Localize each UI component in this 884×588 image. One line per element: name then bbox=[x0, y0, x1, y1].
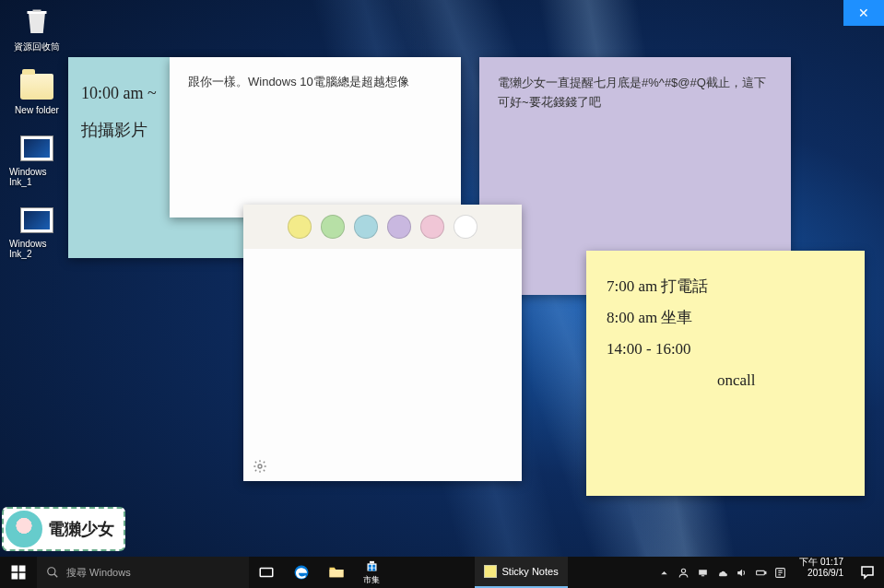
svg-rect-2 bbox=[19, 566, 26, 572]
new-folder-label: New folder bbox=[15, 105, 59, 115]
taskview-icon bbox=[258, 564, 275, 581]
watermark-avatar bbox=[6, 511, 42, 547]
note-purple-text: 電獺少女一直提醒七月底是#%^#$@#Q截止，這下可好~要花錢錢了吧 bbox=[498, 74, 772, 112]
svg-rect-7 bbox=[260, 569, 273, 577]
gear-icon[interactable] bbox=[253, 459, 267, 474]
svg-line-6 bbox=[54, 574, 58, 578]
search-box[interactable]: 搜尋 Windows bbox=[37, 557, 249, 588]
ink1-label: Windows Ink_1 bbox=[9, 167, 65, 187]
color-pink[interactable] bbox=[420, 215, 444, 239]
watermark-text: 電獺少女 bbox=[48, 518, 114, 540]
edge-button[interactable] bbox=[284, 557, 319, 588]
note-white-text: 跟你一樣。Windows 10電腦總是超越想像 bbox=[188, 74, 442, 90]
svg-point-0 bbox=[258, 465, 262, 468]
color-purple[interactable] bbox=[387, 215, 411, 239]
tray-chevron-up-icon[interactable] bbox=[658, 567, 670, 579]
desktop-icons: 資源回收筒 New folder Windows Ink_1 Windows I… bbox=[9, 6, 65, 259]
svg-rect-11 bbox=[701, 575, 704, 576]
tray-ime-icon[interactable] bbox=[774, 567, 786, 579]
clock-date: 2016/9/1 bbox=[799, 568, 843, 579]
recycle-bin-label: 資源回收筒 bbox=[14, 41, 60, 53]
note-yellow-line3: 14:00 - 16:00 bbox=[607, 334, 844, 365]
tray-onedrive-icon[interactable] bbox=[716, 567, 728, 579]
svg-rect-4 bbox=[19, 573, 26, 580]
sticky-note-yellow[interactable]: 7:00 am 打電話 8:00 am 坐車 14:00 - 16:00 onc… bbox=[586, 251, 865, 496]
recycle-bin-icon[interactable]: 資源回收筒 bbox=[9, 6, 65, 53]
store-icon bbox=[365, 559, 379, 573]
edge-icon bbox=[293, 564, 310, 581]
sticky-notes-icon bbox=[484, 565, 497, 578]
svg-rect-3 bbox=[12, 573, 18, 580]
svg-rect-13 bbox=[765, 571, 766, 573]
taskbar-app-sticky-notes[interactable]: Sticky Notes bbox=[475, 557, 568, 588]
search-icon bbox=[46, 566, 59, 579]
svg-point-9 bbox=[682, 569, 686, 572]
new-folder-icon[interactable]: New folder bbox=[9, 70, 65, 115]
clock-time: 下午 01:17 bbox=[799, 557, 843, 568]
color-white[interactable] bbox=[454, 215, 477, 239]
note-yellow-line2: 8:00 am 坐車 bbox=[607, 302, 844, 334]
close-button[interactable]: ✕ bbox=[843, 0, 884, 26]
explorer-button[interactable] bbox=[319, 557, 354, 588]
ink1-icon[interactable]: Windows Ink_1 bbox=[9, 132, 65, 187]
store-label: 市集 bbox=[363, 574, 380, 586]
ink2-icon[interactable]: Windows Ink_2 bbox=[9, 204, 65, 259]
note-yellow-line4: oncall bbox=[607, 365, 844, 396]
store-button[interactable]: 市集 bbox=[354, 557, 389, 588]
color-yellow[interactable] bbox=[288, 215, 312, 239]
watermark-badge: 電獺少女 bbox=[2, 507, 125, 551]
start-button[interactable] bbox=[0, 557, 37, 588]
ink2-label: Windows Ink_2 bbox=[9, 239, 65, 259]
tray-battery-icon[interactable] bbox=[755, 567, 767, 579]
color-green[interactable] bbox=[321, 215, 345, 239]
sticky-note-color-picker[interactable] bbox=[243, 205, 522, 481]
system-tray bbox=[653, 557, 792, 588]
color-picker-header bbox=[243, 205, 522, 249]
notification-icon bbox=[859, 564, 876, 581]
action-center-button[interactable] bbox=[851, 557, 884, 588]
svg-rect-10 bbox=[699, 570, 707, 574]
tray-volume-icon[interactable] bbox=[736, 567, 748, 579]
sticky-notes-label: Sticky Notes bbox=[502, 566, 559, 577]
taskbar-clock[interactable]: 下午 01:17 2016/9/1 bbox=[792, 557, 851, 588]
taskbar: 搜尋 Windows 市集 Sticky Notes bbox=[0, 557, 884, 588]
tray-people-icon[interactable] bbox=[678, 567, 690, 579]
svg-rect-1 bbox=[12, 566, 18, 572]
svg-point-5 bbox=[48, 568, 55, 575]
note-yellow-line1: 7:00 am 打電話 bbox=[607, 271, 844, 302]
close-icon: ✕ bbox=[858, 6, 869, 20]
sticky-note-white[interactable]: 跟你一樣。Windows 10電腦總是超越想像 bbox=[170, 57, 461, 218]
taskview-button[interactable] bbox=[249, 557, 284, 588]
search-placeholder: 搜尋 Windows bbox=[66, 566, 131, 580]
svg-rect-12 bbox=[757, 570, 765, 574]
color-blue[interactable] bbox=[354, 215, 378, 239]
desktop[interactable]: 資源回收筒 New folder Windows Ink_1 Windows I… bbox=[0, 0, 884, 588]
tray-network-icon[interactable] bbox=[697, 567, 709, 579]
folder-icon bbox=[328, 564, 345, 581]
